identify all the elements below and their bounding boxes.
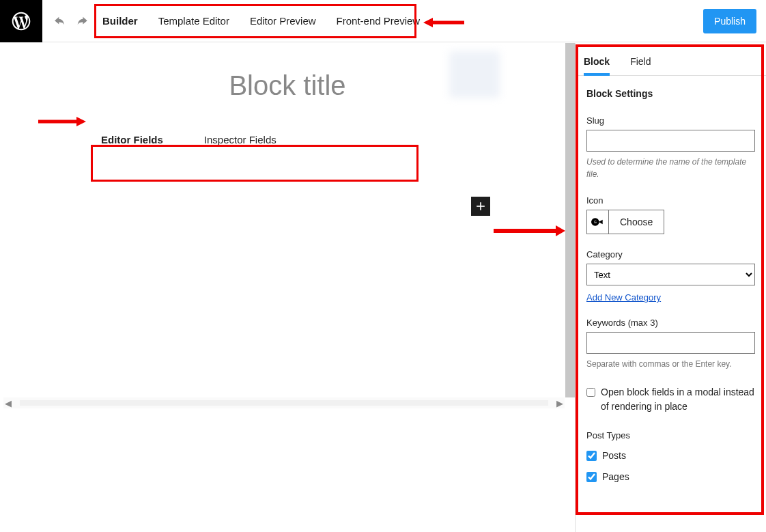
add-category-link[interactable]: Add New Category <box>586 292 661 303</box>
main-tabs: Builder Template Editor Editor Preview F… <box>100 15 420 27</box>
post-type-posts-label: Posts <box>602 449 626 463</box>
scroll-right-icon[interactable]: ▶ <box>555 398 565 408</box>
category-field: Category Text Add New Category <box>586 249 755 303</box>
canvas-vertical-scrollbar[interactable] <box>565 43 575 397</box>
post-types-field: Post Types Posts Pages <box>586 430 755 484</box>
choose-icon-button[interactable]: Choose <box>609 210 664 234</box>
post-type-pages-label: Pages <box>602 470 629 484</box>
modal-checkbox-label: Open block fields in a modal instead of … <box>601 385 755 414</box>
settings-sidebar: Block Field Block Settings Slug Used to … <box>575 43 766 532</box>
keywords-field: Keywords (max 3) Separate with commas or… <box>586 318 755 370</box>
keywords-helper: Separate with commas or the Enter key. <box>586 358 755 370</box>
keywords-label: Keywords (max 3) <box>586 318 755 328</box>
sidebar-tab-field[interactable]: Field <box>630 56 651 75</box>
slug-field: Slug Used to determine the name of the t… <box>586 115 755 180</box>
sidebar-tabs: Block Field <box>576 43 766 76</box>
post-type-pages-checkbox[interactable] <box>586 472 597 482</box>
add-block-button[interactable] <box>471 197 490 216</box>
keywords-input[interactable] <box>586 332 755 354</box>
history-controls <box>42 13 100 29</box>
editor-canvas: Block title Editor Fields Inspector Fiel… <box>0 43 575 532</box>
block-settings-heading: Block Settings <box>586 88 755 99</box>
category-select[interactable]: Text <box>586 264 755 285</box>
redo-button[interactable] <box>74 13 90 29</box>
slug-helper: Used to determine the name of the templa… <box>586 156 755 180</box>
canvas-horizontal-scrollbar[interactable]: ◀ ▶ <box>3 397 565 408</box>
tab-frontend-preview[interactable]: Front-end Preview <box>337 15 421 27</box>
tab-editor-fields[interactable]: Editor Fields <box>101 134 163 145</box>
slug-label: Slug <box>586 115 755 126</box>
scroll-left-icon[interactable]: ◀ <box>3 398 13 408</box>
top-toolbar: Builder Template Editor Editor Preview F… <box>0 0 766 42</box>
category-label: Category <box>586 249 755 260</box>
modal-checkbox-row: Open block fields in a modal instead of … <box>586 385 755 414</box>
post-type-posts-row: Posts <box>586 449 755 463</box>
svg-text:G: G <box>593 221 596 225</box>
post-types-label: Post Types <box>586 430 755 440</box>
placeholder-block <box>449 51 500 98</box>
post-type-posts-checkbox[interactable] <box>586 451 597 461</box>
post-type-pages-row: Pages <box>586 470 755 484</box>
tab-builder[interactable]: Builder <box>102 15 138 27</box>
undo-button[interactable] <box>52 13 68 29</box>
icon-preview: G <box>587 210 609 234</box>
slug-input[interactable] <box>586 130 755 152</box>
fields-tabs: Editor Fields Inspector Fields <box>91 120 419 159</box>
icon-field: Icon G Choose <box>586 195 755 234</box>
publish-button[interactable]: Publish <box>703 9 756 33</box>
tab-editor-preview[interactable]: Editor Preview <box>250 15 316 27</box>
wordpress-logo[interactable] <box>0 0 42 42</box>
sidebar-tab-block[interactable]: Block <box>584 56 610 75</box>
modal-checkbox[interactable] <box>586 387 595 397</box>
tab-inspector-fields[interactable]: Inspector Fields <box>204 134 276 145</box>
icon-label: Icon <box>586 195 755 206</box>
tab-template-editor[interactable]: Template Editor <box>158 15 229 27</box>
